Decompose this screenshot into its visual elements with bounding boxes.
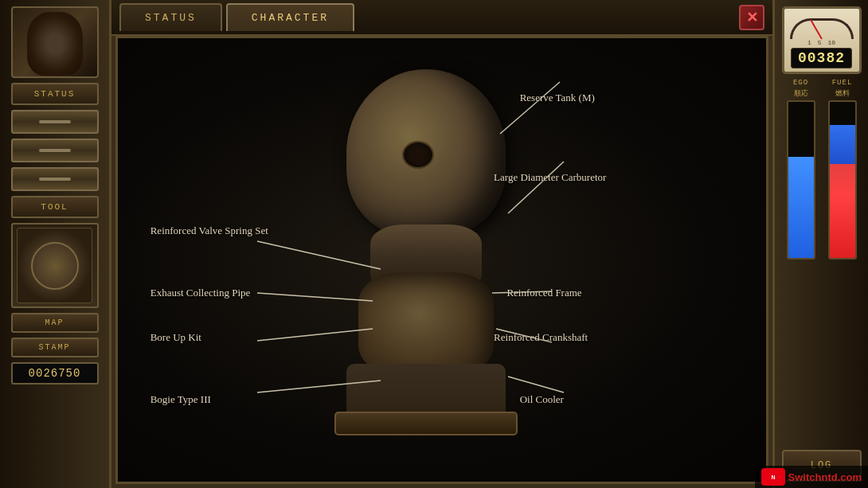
right-sidebar: 1 5 10 00382 EGO 順応	[772, 0, 868, 488]
skull-head	[346, 69, 506, 236]
gauge-arc	[790, 18, 854, 39]
score-value: 0026750	[29, 367, 81, 380]
main-panel: Reserve Tank (M) Large Diameter Carburet…	[115, 36, 768, 484]
top-tabs: STATUS CHARACTER ✕	[111, 0, 772, 36]
stat-bars: EGO 順応 FUEL 燃料	[782, 79, 862, 260]
tool-label-text: TOOL	[41, 202, 68, 212]
skull-eye	[402, 141, 434, 169]
tab-character[interactable]: CHARACTER	[226, 3, 354, 31]
close-icon: ✕	[746, 9, 758, 26]
map-label[interactable]: MAP	[11, 313, 99, 333]
label-exhaust-pipe: Exhaust Collecting Pipe	[151, 287, 251, 299]
status-sidebar-label[interactable]: STATUS	[11, 83, 99, 105]
status-label-text: STATUS	[34, 89, 76, 99]
ego-bar-container: EGO 順応	[782, 79, 820, 260]
tool-sidebar-label[interactable]: TOOL	[11, 196, 99, 218]
tool-image	[17, 228, 92, 303]
skull-body-lower	[358, 272, 494, 376]
close-button[interactable]: ✕	[739, 5, 764, 30]
watermark: N Switchntd.com	[755, 466, 868, 488]
ego-kanji: 順応	[794, 88, 808, 99]
tab-character-label: CHARACTER	[252, 12, 329, 24]
sidebar-drawer-2[interactable]	[11, 139, 99, 162]
ego-fill	[788, 157, 814, 258]
fuel-kanji: 燃料	[835, 88, 850, 99]
score-display: 0026750	[11, 362, 99, 385]
tool-section	[11, 223, 99, 308]
tab-status-label: STATUS	[145, 12, 197, 24]
fuel-bar	[828, 100, 857, 260]
stamp-label[interactable]: STAMP	[11, 338, 99, 357]
center-content: STATUS CHARACTER ✕	[111, 0, 772, 488]
label-reinforced-valve: Reinforced Valve Spring Set	[151, 224, 268, 238]
main-container: STATUS TOOL MAP STAMP 0026750 STATUS	[0, 0, 868, 488]
sidebar-drawer-3[interactable]	[11, 167, 99, 191]
skull-wheel-base	[334, 412, 518, 435]
gauge-needle	[810, 19, 823, 39]
watermark-text: Switchntd.com	[788, 471, 862, 483]
nintendo-logo: N	[761, 468, 785, 486]
map-label-text: MAP	[45, 318, 64, 327]
sidebar-drawer-1[interactable]	[11, 110, 99, 134]
odometer-gauge: 1 5 10 00382	[782, 6, 862, 74]
left-sidebar: STATUS TOOL MAP STAMP 0026750	[0, 0, 111, 488]
gauge-scale: 1 5 10	[807, 39, 835, 46]
nintendo-logo-icon: N	[764, 470, 782, 483]
svg-text:N: N	[771, 474, 775, 480]
tab-status[interactable]: STATUS	[119, 3, 222, 31]
ego-label: EGO	[793, 79, 808, 87]
ego-bar	[787, 100, 815, 260]
fuel-fill-blue	[830, 125, 855, 164]
tool-circle-icon	[31, 242, 79, 290]
label-bogie: Bogie Type III	[151, 393, 211, 406]
fuel-bar-container: FUEL 燃料	[823, 79, 862, 260]
character-image: Reserve Tank (M) Large Diameter Carburet…	[118, 38, 766, 482]
label-bore-up: Bore Up Kit	[151, 331, 201, 344]
stamp-label-text: STAMP	[38, 343, 70, 352]
odometer-display: 00382	[791, 48, 852, 68]
robot-figure	[267, 69, 585, 451]
fuel-label: FUEL	[832, 79, 853, 87]
character-portrait	[11, 6, 99, 78]
